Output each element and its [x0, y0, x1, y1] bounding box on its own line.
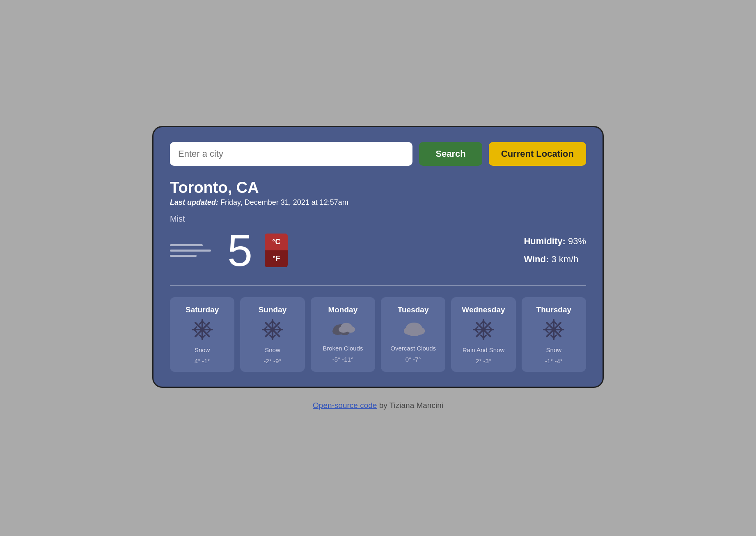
forecast-card: Sunday Snow-2° -9°	[240, 297, 305, 372]
last-updated: Last updated: Friday, December 31, 2021 …	[170, 198, 586, 207]
wind-row: Wind: 3 km/h	[524, 250, 586, 268]
forecast-condition: Broken Clouds	[323, 345, 363, 352]
forecast-condition: Overcast Clouds	[390, 345, 436, 352]
location-button[interactable]: Current Location	[489, 142, 586, 166]
forecast-day: Saturday	[186, 305, 219, 314]
divider	[170, 285, 586, 286]
footer: Open-source code by Tiziana Mancini	[313, 401, 443, 410]
forecast-condition: Snow	[546, 346, 562, 353]
forecast-icon-snow	[261, 318, 284, 342]
forecast-card: Tuesday Overcast Clouds0° -7°	[381, 297, 445, 372]
wind-value: 3 km/h	[551, 254, 578, 264]
forecast-icon-snow	[543, 318, 565, 342]
search-button[interactable]: Search	[419, 142, 482, 166]
celsius-button[interactable]: °C	[265, 234, 288, 250]
forecast-condition: Rain And Snow	[463, 346, 505, 353]
last-updated-value: Friday, December 31, 2021 at 12:57am	[220, 198, 348, 206]
forecast-day: Sunday	[259, 305, 287, 314]
forecast-condition: Snow	[265, 346, 280, 353]
current-weather: 5 °C °F Humidity: 93% Wind: 3 km/h	[170, 228, 586, 273]
last-updated-label: Last updated:	[170, 198, 218, 206]
humidity-label: Humidity:	[524, 236, 565, 246]
forecast-temps: -2° -9°	[264, 357, 282, 364]
forecast-day: Monday	[328, 305, 357, 314]
temperature: 5	[227, 228, 252, 273]
humidity-row: Humidity: 93%	[524, 232, 586, 250]
forecast-icon-broken-clouds	[330, 318, 356, 341]
condition-label: Mist	[170, 214, 586, 224]
mist-icon	[170, 244, 211, 257]
mist-line-3	[170, 255, 197, 257]
forecast-card: Monday Broken Clouds-5° -11°	[311, 297, 375, 372]
forecast-temps: 0° -7°	[405, 356, 421, 363]
humidity-value: 93%	[568, 236, 586, 246]
app-container: Search Current Location Toronto, CA Last…	[152, 126, 604, 388]
fahrenheit-button[interactable]: °F	[265, 250, 288, 267]
mist-line-2	[170, 250, 211, 252]
humidity-wind: Humidity: 93% Wind: 3 km/h	[524, 232, 586, 268]
forecast-icon-snow	[472, 318, 495, 342]
forecast-icon-snow	[191, 318, 213, 342]
footer-suffix: by Tiziana Mancini	[377, 401, 443, 410]
forecast-card: Thursday Snow-1° -4°	[522, 297, 586, 372]
forecast-temps: 4° -1°	[195, 357, 210, 364]
search-row: Search Current Location	[170, 142, 586, 166]
forecast-temps: -5° -11°	[332, 356, 353, 363]
forecast-temps: 2° -3°	[476, 357, 491, 364]
mist-line-1	[170, 244, 203, 246]
forecast-day: Wednesday	[462, 305, 505, 314]
unit-buttons: °C °F	[265, 234, 288, 267]
forecast-day: Tuesday	[398, 305, 429, 314]
city-name: Toronto, CA	[170, 179, 586, 197]
forecast-row: Saturday Snow4° -1°Sunday Snow-2° -9°Mon…	[170, 297, 586, 372]
forecast-icon-overcast-clouds	[400, 318, 426, 341]
forecast-condition: Snow	[195, 346, 210, 353]
forecast-card: Wednesday Rain And Snow2° -3°	[451, 297, 515, 372]
search-input[interactable]	[170, 142, 412, 166]
forecast-temps: -1° -4°	[545, 357, 563, 364]
forecast-card: Saturday Snow4° -1°	[170, 297, 234, 372]
wind-label: Wind:	[524, 254, 549, 264]
forecast-day: Thursday	[536, 305, 572, 314]
open-source-link[interactable]: Open-source code	[313, 401, 377, 410]
